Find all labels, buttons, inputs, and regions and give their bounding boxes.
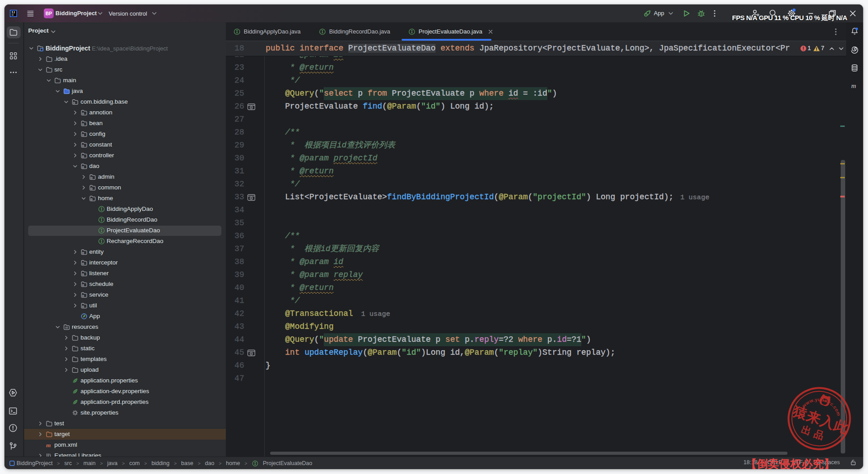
svg-text:m: m xyxy=(46,442,51,449)
svg-text:m: m xyxy=(851,82,856,89)
